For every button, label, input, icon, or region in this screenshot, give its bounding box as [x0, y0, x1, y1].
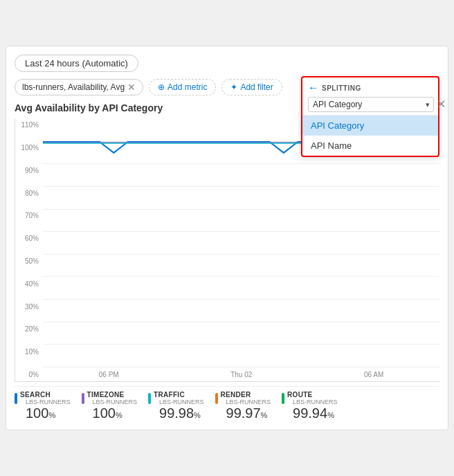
time-button[interactable]: Last 24 hours (Automatic)	[15, 55, 138, 72]
legend-route-value: 99.94	[293, 405, 327, 421]
legend-timezone-value: 100	[93, 405, 116, 421]
legend-route-name: ROUTE	[287, 391, 338, 399]
legend-render-pct: %	[261, 411, 268, 419]
y-label-20: 20%	[15, 326, 43, 333]
y-label-100: 100%	[15, 145, 43, 152]
legend-timezone-name: TIMEZONE	[87, 391, 138, 399]
y-axis: 0% 10% 20% 30% 40% 50% 60% 70% 80% 90% 1…	[15, 119, 43, 381]
legend-traffic-color	[148, 393, 151, 404]
legend-item-timezone: TIMEZONE LBS-RUNNERS 100 %	[82, 391, 138, 421]
legend-search-sub: LBS-RUNNERS	[26, 399, 71, 405]
legend-search-color	[15, 393, 17, 404]
legend-search-value: 100	[26, 405, 48, 421]
legend-route-color	[282, 393, 284, 404]
x-label-6pm: 06 PM	[99, 371, 119, 378]
add-metric-button[interactable]: ⊕ Add metric	[149, 79, 216, 95]
legend-route-pct: %	[327, 411, 334, 419]
add-filter-label: Add filter	[240, 82, 273, 92]
legend-traffic-sub: LBS-RUNNERS	[159, 399, 204, 405]
legend-render-color	[215, 393, 218, 404]
splitting-select-row: ▾ ✕	[302, 97, 438, 115]
chart-area: 0% 10% 20% 30% 40% 50% 60% 70% 80% 90% 1…	[15, 119, 439, 382]
legend-traffic-name: TRAFFIC	[154, 391, 204, 399]
metric-chip[interactable]: lbs-runners, Availability, Avg ✕	[15, 79, 143, 95]
metric-chip-label: lbs-runners, Availability, Avg	[22, 82, 125, 92]
splitting-back-icon[interactable]: ←	[308, 82, 319, 94]
y-label-40: 40%	[15, 281, 43, 288]
splitting-option-api-name[interactable]: API Name	[302, 136, 438, 156]
legend-render-value: 99.97	[226, 405, 261, 421]
add-metric-label: Add metric	[167, 82, 207, 92]
y-label-70: 70%	[15, 212, 43, 219]
legend-timezone-top: TIMEZONE LBS-RUNNERS	[82, 391, 138, 405]
splitting-option-api-category[interactable]: API Category	[302, 116, 438, 136]
add-metric-icon: ⊕	[158, 82, 165, 92]
legend-render-sub: LBS-RUNNERS	[226, 399, 271, 405]
y-label-110: 110%	[15, 122, 43, 129]
y-label-50: 50%	[15, 258, 43, 265]
legend-render-top: RENDER LBS-RUNNERS	[215, 391, 271, 405]
x-axis: 06 PM Thu 02 06 AM	[43, 367, 439, 381]
splitting-input[interactable]	[308, 97, 434, 112]
controls-row: lbs-runners, Availability, Avg ✕ ⊕ Add m…	[15, 79, 439, 95]
y-label-0: 0%	[15, 372, 43, 378]
splitting-dropdown: API Category API Name	[302, 115, 438, 156]
legend-search-top: SEARCH LBS-RUNNERS	[15, 391, 71, 405]
y-label-60: 60%	[15, 235, 43, 242]
metric-chip-close-icon[interactable]: ✕	[127, 82, 136, 92]
add-filter-icon: ✦	[230, 82, 237, 92]
legend-search-pct: %	[48, 411, 55, 419]
y-label-10: 10%	[15, 349, 43, 356]
legend-traffic-top: TRAFFIC LBS-RUNNERS	[148, 391, 204, 405]
legend-traffic-value: 99.98	[159, 405, 194, 421]
legend-timezone-pct: %	[116, 411, 122, 419]
x-label-thu: Thu 02	[230, 371, 252, 378]
splitting-close-icon[interactable]: ✕	[437, 99, 446, 110]
legend-traffic-pct: %	[194, 411, 201, 419]
legend-timezone-color	[82, 393, 84, 404]
legend-item-traffic: TRAFFIC LBS-RUNNERS 99.98 %	[148, 391, 204, 421]
y-label-80: 80%	[15, 190, 43, 197]
main-card: Last 24 hours (Automatic) lbs-runners, A…	[6, 46, 448, 430]
legend-item-route: ROUTE LBS-RUNNERS 99.94 %	[282, 391, 338, 421]
legend-item-render: RENDER LBS-RUNNERS 99.97 %	[215, 391, 271, 421]
legend-render-name: RENDER	[221, 391, 271, 399]
legend-search-name: SEARCH	[20, 391, 71, 399]
legend-route-top: ROUTE LBS-RUNNERS	[282, 391, 338, 405]
legend-item-search: SEARCH LBS-RUNNERS 100 %	[15, 391, 71, 421]
splitting-header: ← SPLITTING	[302, 77, 438, 97]
legend-route-sub: LBS-RUNNERS	[293, 399, 338, 405]
legend-timezone-sub: LBS-RUNNERS	[93, 399, 138, 405]
y-label-30: 30%	[15, 304, 43, 311]
y-label-90: 90%	[15, 167, 43, 174]
splitting-label: SPLITTING	[322, 84, 433, 92]
legend-row: SEARCH LBS-RUNNERS 100 % TIMEZONE LBS-RU…	[15, 386, 439, 421]
x-label-6am: 06 AM	[364, 371, 383, 378]
add-filter-button[interactable]: ✦ Add filter	[221, 79, 282, 95]
splitting-panel: ← SPLITTING ▾ ✕ API Category API Name	[301, 76, 439, 157]
